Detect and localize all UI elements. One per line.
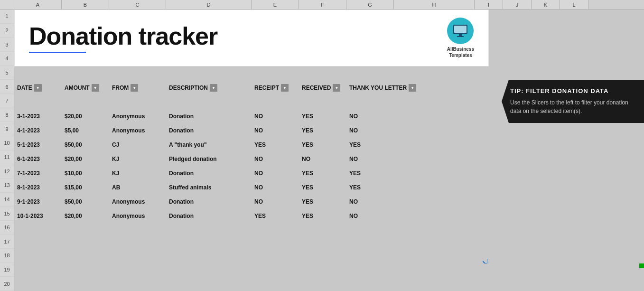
cell-date: 10-1-2023 [14, 209, 62, 223]
header-receipt: RECEIPT ▼ [252, 81, 299, 95]
spreadsheet: A B C D E F G H I J K L 1 2 3 4 5 6 7 8 … [0, 0, 644, 291]
table-row: 5-1-2023 $50,00 CJ A "thank you" YES YES… [14, 138, 644, 152]
col-header-f: F [299, 0, 346, 9]
cell-amount: $10,00 [62, 166, 109, 180]
cell-receipt: YES [252, 209, 299, 223]
cell-received: NO [299, 152, 346, 166]
row15-spacer [14, 223, 644, 237]
cell-thankyou: NO [346, 209, 427, 223]
row-num-8: 8 [0, 108, 14, 122]
row16-spacer [14, 237, 644, 252]
col-header-d: D [166, 0, 252, 9]
svg-rect-1 [454, 26, 467, 33]
svg-rect-2 [459, 34, 462, 36]
cell-description: A "thank you" [166, 138, 252, 152]
cell-from: KJ [109, 166, 166, 180]
row-num-13: 13 [0, 178, 14, 193]
corner-indicator [483, 258, 487, 263]
logo-circle [447, 18, 474, 44]
cell-receipt: NO [252, 123, 299, 138]
filter-from-btn[interactable]: ▼ [131, 84, 138, 92]
cell-description: Donation [166, 195, 252, 209]
col-header-k: K [532, 0, 560, 9]
cell-receipt: NO [252, 109, 299, 123]
row-num-7: 7 [0, 94, 14, 108]
row19-spacer [14, 280, 644, 291]
header-amount: AMOUNT ▼ [62, 81, 109, 95]
cell-description: Donation [166, 123, 252, 138]
cell-amount: $15,00 [62, 180, 109, 195]
cell-description: Pledged donation [166, 152, 252, 166]
table-row: 8-1-2023 $15,00 AB Stuffed animals NO YE… [14, 180, 644, 195]
table-row: 4-1-2023 $5,00 Anonymous Donation NO YES… [14, 123, 644, 138]
row-num-10: 10 [0, 136, 14, 150]
col-header-l: L [560, 0, 588, 9]
corner-cell [0, 0, 14, 9]
row-num-3: 3 [0, 38, 14, 52]
cell-receipt: NO [252, 195, 299, 209]
row-num-4: 4 [0, 52, 14, 66]
col-header-e: E [252, 0, 299, 9]
cell-thankyou: NO [346, 123, 427, 138]
row-num-14: 14 [0, 193, 14, 207]
filter-desc-btn[interactable]: ▼ [210, 84, 217, 92]
row-num-19: 19 [0, 263, 14, 277]
row18-spacer [14, 266, 644, 280]
row-num-2: 2 [0, 24, 14, 38]
cell-received: YES [299, 123, 346, 138]
header-from: FROM ▼ [109, 81, 166, 95]
row-num-9: 9 [0, 122, 14, 136]
green-corner [639, 263, 644, 268]
filter-date-btn[interactable]: ▼ [34, 84, 42, 92]
col-header-b: B [62, 0, 109, 9]
col-header-j: J [503, 0, 532, 9]
cell-receipt: NO [252, 166, 299, 180]
cell-received: YES [299, 109, 346, 123]
row-num-18: 18 [0, 249, 14, 263]
app-title: Donation tracker [29, 23, 217, 50]
cell-received: YES [299, 180, 346, 195]
cell-received: YES [299, 166, 346, 180]
cell-thankyou: NO [346, 152, 427, 166]
monitor-icon [452, 24, 468, 38]
data-rows-container: 3-1-2023 $20,00 Anonymous Donation NO YE… [14, 109, 644, 223]
tip-title: TIP: FILTER DONATION DATA [510, 87, 635, 94]
filter-thankyou-btn[interactable]: ▼ [409, 84, 416, 92]
cell-amount: $20,00 [62, 209, 109, 223]
col-header-h: H [394, 0, 475, 9]
cell-thankyou: YES [346, 166, 427, 180]
cell-received: YES [299, 209, 346, 223]
tip-body: Use the Slicers to the left to filter yo… [510, 98, 635, 115]
cell-amount: $20,00 [62, 109, 109, 123]
cell-received: YES [299, 138, 346, 152]
header-date: DATE ▼ [14, 81, 62, 95]
cell-thankyou: NO [346, 109, 427, 123]
header-card: Donation tracker [14, 9, 489, 66]
filter-amount-btn[interactable]: ▼ [92, 84, 99, 92]
cell-description: Stuffed animals [166, 180, 252, 195]
cell-receipt: YES [252, 138, 299, 152]
logo-area: AllBusinessTemplates [447, 18, 474, 58]
filter-receipt-btn[interactable]: ▼ [281, 84, 289, 92]
row-num-1: 1 [0, 9, 14, 24]
title-underline [29, 52, 86, 53]
cell-amount: $5,00 [62, 123, 109, 138]
cell-date: 5-1-2023 [14, 138, 62, 152]
filter-received-btn[interactable]: ▼ [333, 84, 340, 92]
row17-spacer [14, 252, 644, 266]
cell-description: Donation [166, 209, 252, 223]
cell-receipt: NO [252, 180, 299, 195]
column-headers: A B C D E F G H I J K L [0, 0, 644, 9]
cell-from: Anonymous [109, 123, 166, 138]
cell-receipt: NO [252, 152, 299, 166]
table-row: 7-1-2023 $10,00 KJ Donation NO YES YES [14, 166, 644, 180]
header-thankyou: THANK YOU LETTER ▼ [346, 81, 427, 95]
tip-box: TIP: FILTER DONATION DATA Use the Slicer… [502, 80, 644, 123]
logo-brand: AllBusinessTemplates [447, 46, 474, 58]
cell-date: 9-1-2023 [14, 195, 62, 209]
row-num-5: 5 [0, 66, 14, 80]
cell-date: 8-1-2023 [14, 180, 62, 195]
cell-date: 6-1-2023 [14, 152, 62, 166]
table-row: 6-1-2023 $20,00 KJ Pledged donation NO N… [14, 152, 644, 166]
cell-amount: $50,00 [62, 138, 109, 152]
